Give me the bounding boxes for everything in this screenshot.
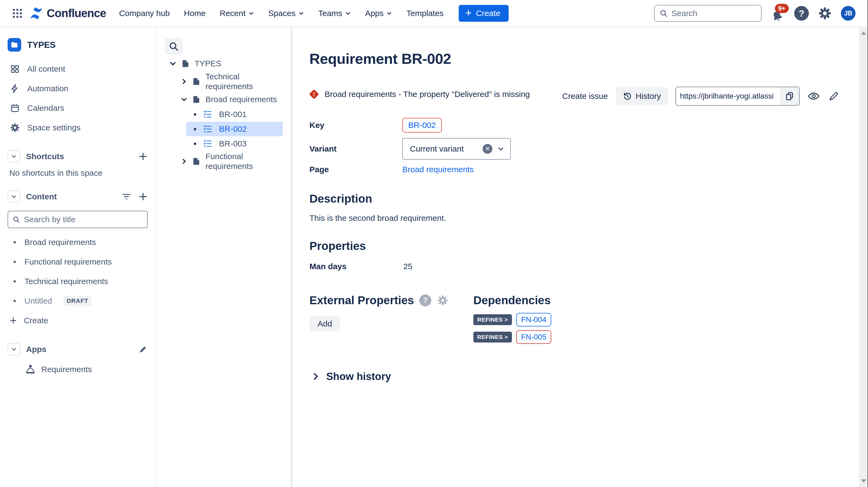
sidebar-item-all-content[interactable]: All content — [8, 59, 148, 79]
shortcuts-title: Shortcuts — [26, 152, 132, 161]
description-body: This is the second broad requirement. — [309, 213, 446, 223]
confluence-logo[interactable]: Confluence — [30, 7, 106, 20]
chevron-down-icon[interactable] — [181, 96, 188, 103]
bullet-icon: • — [11, 296, 18, 306]
history-button[interactable]: History — [616, 87, 668, 105]
nav-templates[interactable]: Templates — [406, 9, 443, 18]
properties-heading: Properties — [309, 239, 412, 253]
sidebar-create-page-button[interactable]: + Create — [8, 311, 148, 330]
confluence-logo-icon — [30, 7, 43, 20]
variant-label: Variant — [309, 144, 402, 153]
gear-icon — [818, 6, 832, 20]
show-history-toggle[interactable]: Show history — [312, 369, 391, 384]
scroll-up-arrow-icon[interactable] — [861, 31, 866, 35]
page-icon — [182, 59, 190, 68]
nav-home[interactable]: Home — [184, 9, 206, 18]
external-properties-section: External Properties ? Add — [309, 294, 473, 344]
nav-teams[interactable]: Teams — [318, 9, 351, 18]
chevron-down-icon — [345, 10, 351, 16]
filter-icon[interactable] — [122, 192, 131, 202]
content-item-broad-requirements[interactable]: • Broad requirements — [8, 232, 148, 252]
nav-recent[interactable]: Recent — [220, 9, 254, 18]
man-days-value: 25 — [402, 262, 412, 271]
global-create-button[interactable]: + Create — [459, 5, 508, 22]
content-title: Content — [26, 192, 116, 201]
user-avatar[interactable]: JB — [841, 6, 856, 21]
settings-button[interactable] — [818, 6, 832, 20]
help-button[interactable]: ? — [794, 6, 809, 21]
requirements-yogi-icon — [25, 364, 36, 375]
validation-warning: ! Broad requirements - The property "Del… — [309, 88, 530, 101]
requirement-checklist-icon — [203, 139, 212, 148]
requirement-url-input[interactable] — [676, 87, 780, 105]
content-item-untitled-draft[interactable]: • Untitled DRAFT — [8, 291, 148, 311]
app-switcher-icon[interactable] — [10, 6, 25, 21]
lightning-icon — [10, 83, 20, 94]
collapse-apps-button[interactable] — [8, 343, 20, 355]
add-content-button[interactable] — [138, 192, 148, 201]
external-settings-gear-icon[interactable] — [437, 294, 448, 306]
tree-leaf-br-003[interactable]: BR-003 — [186, 136, 283, 151]
bullet-icon — [194, 128, 196, 131]
vertical-scrollbar[interactable] — [859, 27, 868, 487]
history-icon — [623, 91, 632, 101]
tree-leaf-br-002[interactable]: BR-002 — [186, 122, 283, 136]
edit-apps-pencil-icon[interactable] — [138, 345, 148, 354]
copy-url-button[interactable] — [780, 87, 799, 105]
nav-apps[interactable]: Apps — [365, 9, 392, 18]
add-shortcut-button[interactable] — [138, 152, 148, 161]
dependency-row: REFINES > FN-004 — [473, 313, 551, 326]
create-issue-link[interactable]: Create issue — [562, 91, 608, 101]
chevron-right-icon[interactable] — [181, 158, 188, 165]
nav-spaces[interactable]: Spaces — [269, 9, 304, 18]
space-name: TYPES — [27, 40, 56, 50]
bullet-icon: • — [11, 277, 18, 286]
chevron-down-icon — [386, 10, 392, 16]
content-title-search[interactable] — [8, 211, 148, 228]
property-row: Man days 25 — [309, 262, 412, 271]
bullet-icon — [194, 113, 196, 116]
sidebar-item-calendars[interactable]: Calendars — [8, 98, 148, 118]
tree-node-functional-requirements[interactable]: Functional requirements — [165, 151, 290, 172]
sidebar-item-space-settings[interactable]: Space settings — [8, 118, 148, 138]
tree-node-types[interactable]: TYPES — [165, 56, 290, 71]
tree-leaf-br-001[interactable]: BR-001 — [186, 107, 283, 122]
page-tree-panel: TYPES Technical requirements Broad requi… — [156, 27, 290, 487]
collapse-shortcuts-button[interactable] — [8, 150, 20, 163]
space-header[interactable]: TYPES — [8, 35, 148, 54]
avatar-initials: JB — [844, 9, 852, 17]
chevron-down-icon[interactable] — [169, 60, 177, 67]
nav-company-hub[interactable]: Company hub — [119, 9, 170, 18]
page-link[interactable]: Broad requirements — [402, 165, 474, 174]
content-search-input[interactable] — [24, 215, 143, 224]
dependency-link-fn-005[interactable]: FN-005 — [516, 330, 551, 344]
collapse-content-button[interactable] — [8, 191, 20, 203]
key-value-badge[interactable]: BR-002 — [402, 118, 442, 133]
add-external-property-button[interactable]: Add — [309, 316, 340, 332]
notifications-button[interactable]: 9+ — [770, 4, 785, 23]
description-section: Description This is the second broad req… — [309, 192, 446, 223]
tree-node-technical-requirements[interactable]: Technical requirements — [165, 71, 290, 92]
tree-node-broad-requirements[interactable]: Broad requirements — [165, 92, 290, 107]
chevron-right-icon[interactable] — [181, 78, 188, 85]
watch-eye-icon[interactable] — [807, 90, 820, 103]
content-item-technical-requirements[interactable]: • Technical requirements — [8, 271, 148, 291]
scroll-down-arrow-icon[interactable] — [861, 479, 866, 483]
tree-search-button[interactable] — [165, 38, 182, 55]
plus-icon: + — [465, 7, 471, 18]
global-search[interactable] — [654, 5, 762, 22]
sidebar-app-requirements[interactable]: Requirements — [8, 360, 148, 379]
error-icon: ! — [309, 89, 319, 99]
content-item-functional-requirements[interactable]: • Functional requirements — [8, 252, 148, 271]
dependency-link-fn-004[interactable]: FN-004 — [516, 313, 551, 326]
dependencies-heading: Dependencies — [473, 294, 551, 307]
sidebar-item-automation[interactable]: Automation — [8, 79, 148, 98]
bullet-icon: • — [11, 238, 18, 247]
help-question-icon[interactable]: ? — [420, 294, 431, 306]
clear-variant-icon[interactable]: ✕ — [483, 144, 492, 154]
global-search-input[interactable] — [672, 9, 756, 18]
apps-title: Apps — [26, 345, 132, 354]
edit-pencil-icon[interactable] — [828, 90, 840, 102]
panel-resize-divider[interactable] — [290, 27, 292, 487]
variant-select[interactable]: Current variant ✕ — [402, 138, 511, 160]
